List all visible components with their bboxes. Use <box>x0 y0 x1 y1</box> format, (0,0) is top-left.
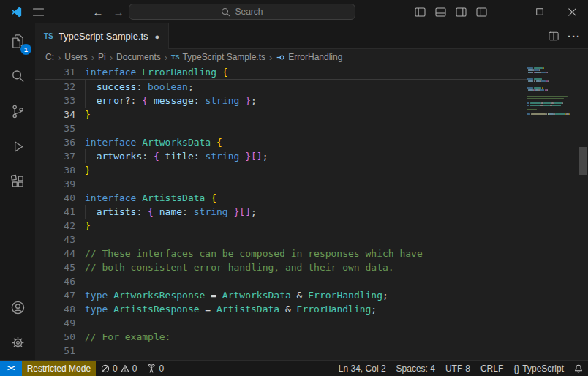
line-number[interactable]: 50 <box>35 330 85 344</box>
split-editor-icon[interactable] <box>549 31 559 41</box>
line-number[interactable]: 34 <box>35 108 85 121</box>
minimap-line <box>527 102 576 104</box>
sidebar-item-extensions[interactable] <box>0 164 35 199</box>
scrollbar-thumb[interactable] <box>579 147 587 175</box>
breadcrumb-item[interactable]: Users <box>64 52 87 62</box>
code-line[interactable]: 51 <box>35 344 527 358</box>
minimap-line <box>527 105 576 106</box>
code-line[interactable]: 31interface ErrorHandling { <box>35 65 527 80</box>
line-number[interactable]: 45 <box>35 260 85 274</box>
code-line[interactable]: 49 <box>35 316 527 330</box>
code-editor[interactable]: 31interface ErrorHandling {32 success: b… <box>35 65 588 360</box>
close-button[interactable] <box>556 0 588 23</box>
settings-button[interactable] <box>0 325 35 360</box>
code-line[interactable]: 44// These interfaces can be composed in… <box>35 247 527 260</box>
sidebar-item-search[interactable] <box>0 59 35 94</box>
go-back-icon[interactable]: ← <box>88 2 108 21</box>
line-number[interactable]: 40 <box>35 191 85 205</box>
code-line[interactable]: 34} <box>35 108 527 121</box>
minimize-button[interactable] <box>491 0 524 23</box>
cursor-position[interactable]: Ln 34, Col 2 <box>333 361 391 376</box>
code-content <box>85 177 527 191</box>
code-line[interactable]: 39 <box>35 177 527 191</box>
code-line[interactable]: 32 success: boolean; <box>35 80 527 94</box>
sidebar-item-run-debug[interactable] <box>0 129 35 164</box>
sidebar-item-source-control[interactable] <box>0 94 35 129</box>
code-content: // These interfaces can be composed in r… <box>85 247 527 260</box>
code-token: ; <box>251 95 257 106</box>
go-forward-icon[interactable]: → <box>108 2 129 21</box>
breadcrumb-item[interactable]: Pi <box>98 52 106 62</box>
breadcrumb-item[interactable]: Documents <box>116 52 161 62</box>
line-number[interactable]: 51 <box>35 344 85 358</box>
code-line[interactable]: 48type ArtistsResponse = ArtistsData & E… <box>35 302 527 316</box>
code-content: artworks: { title: string }[]; <box>85 149 527 163</box>
more-actions-icon[interactable]: ··· <box>568 30 581 42</box>
code-content: type ArtworksResponse = ArtworksData & E… <box>85 288 527 302</box>
code-line[interactable]: 50// For example: <box>35 330 527 344</box>
line-number[interactable]: 48 <box>35 302 85 316</box>
code-line[interactable]: 45// both consistent error handling, and… <box>35 260 527 274</box>
brackets-icon: {} <box>513 364 519 374</box>
accounts-button[interactable] <box>0 290 35 325</box>
breadcrumb-item[interactable]: TSTypeScript Sample.ts <box>171 52 265 62</box>
modified-indicator[interactable]: ● <box>155 32 160 41</box>
line-number[interactable]: 43 <box>35 233 85 247</box>
toggle-primary-sidebar-icon[interactable] <box>410 2 430 21</box>
line-number[interactable]: 37 <box>35 149 85 163</box>
code-line[interactable]: 43 <box>35 233 527 247</box>
toggle-secondary-sidebar-icon[interactable] <box>451 2 471 21</box>
maximize-button[interactable] <box>524 0 556 23</box>
code-line[interactable]: 33 error?: { message: string }; <box>35 94 527 108</box>
toggle-panel-icon[interactable] <box>430 2 451 21</box>
code-token: type <box>85 304 108 315</box>
code-token: ArtistsData <box>142 192 205 203</box>
code-token: } <box>85 109 91 120</box>
line-number[interactable]: 36 <box>35 135 85 149</box>
breadcrumb-label: ErrorHandling <box>288 52 342 62</box>
line-number[interactable]: 44 <box>35 247 85 260</box>
code-line[interactable]: 41 artists: { name: string }[]; <box>35 205 527 219</box>
code-line[interactable]: 40interface ArtistsData { <box>35 191 527 205</box>
ports-indicator[interactable]: 0 <box>142 361 169 376</box>
code-line[interactable]: 37 artworks: { title: string }[]; <box>35 149 527 163</box>
indentation-setting[interactable]: Spaces: 4 <box>391 361 440 376</box>
code-line[interactable]: 36interface ArtworksData { <box>35 135 527 149</box>
code-line[interactable]: 35 <box>35 121 527 135</box>
encoding-setting[interactable]: UTF-8 <box>440 361 475 376</box>
problems-indicator[interactable]: 0 0 <box>96 361 142 376</box>
line-number[interactable]: 39 <box>35 177 85 191</box>
code-line[interactable]: 42} <box>35 219 527 233</box>
code-line[interactable]: 38} <box>35 163 527 177</box>
line-number[interactable]: 41 <box>35 205 85 219</box>
code-line[interactable]: 46 <box>35 274 527 288</box>
line-number[interactable]: 46 <box>35 274 85 288</box>
warning-count: 0 <box>132 364 137 374</box>
breadcrumb-item[interactable]: C: <box>45 52 54 62</box>
line-number[interactable]: 42 <box>35 219 85 233</box>
minimap[interactable] <box>525 65 576 360</box>
code-token: ; <box>263 151 268 162</box>
customize-layout-icon[interactable] <box>471 2 491 21</box>
tab-typescript-sample[interactable]: TS TypeScript Sample.ts ● <box>35 23 169 49</box>
line-number[interactable]: 38 <box>35 163 85 177</box>
line-number[interactable]: 31 <box>35 65 85 79</box>
language-mode[interactable]: {} TypeScript <box>508 361 569 376</box>
line-number[interactable]: 35 <box>35 121 85 135</box>
code-token: ; <box>251 206 257 217</box>
eol-setting[interactable]: CRLF <box>475 361 508 376</box>
breadcrumb-item[interactable]: ErrorHandling <box>276 52 342 62</box>
line-number[interactable]: 47 <box>35 288 85 302</box>
line-number[interactable]: 32 <box>35 80 85 94</box>
search-input[interactable]: Search <box>129 4 355 20</box>
remote-indicator[interactable]: >< <box>0 361 22 376</box>
notifications-button[interactable] <box>569 361 588 376</box>
vertical-scrollbar[interactable] <box>578 65 588 360</box>
breadcrumb-separator-icon: › <box>108 52 114 63</box>
sidebar-item-explorer[interactable]: 1 <box>0 23 35 59</box>
line-number[interactable]: 33 <box>35 94 85 108</box>
restricted-mode-badge[interactable]: Restricted Mode <box>22 361 96 376</box>
code-line[interactable]: 47type ArtworksResponse = ArtworksData &… <box>35 288 527 302</box>
line-number[interactable]: 49 <box>35 316 85 330</box>
menu-icon[interactable] <box>28 2 48 21</box>
